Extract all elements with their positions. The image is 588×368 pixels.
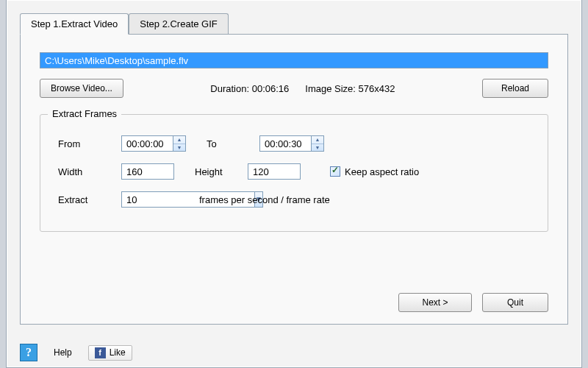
spin-down-icon[interactable]: ▼ [173, 144, 185, 152]
like-label: Like [110, 347, 126, 358]
spin-up-icon[interactable]: ▲ [173, 136, 185, 144]
width-label: Width [58, 166, 121, 177]
extract-label: Extract [58, 194, 121, 205]
checkbox-icon[interactable] [330, 166, 340, 177]
height-input[interactable] [248, 163, 301, 180]
panel-step1: Browse Video... Duration: 00:06:16 Image… [20, 34, 568, 325]
browse-video-button[interactable]: Browse Video... [40, 79, 123, 98]
image-size-value: 576x432 [359, 83, 395, 94]
facebook-like-button[interactable]: f Like [88, 345, 132, 361]
video-path-input[interactable] [40, 52, 548, 68]
keep-aspect-label: Keep aspect ratio [345, 166, 419, 177]
from-label: From [58, 138, 121, 149]
to-time-spinner[interactable]: ▲▼ [311, 135, 324, 152]
nav-buttons: Next > Quit [398, 293, 548, 312]
width-input[interactable] [121, 163, 174, 180]
help-label[interactable]: Help [54, 347, 72, 358]
image-size-label: Image Size: [305, 83, 356, 94]
from-time-stepper[interactable]: ▲▼ [121, 135, 186, 152]
from-time-spinner[interactable]: ▲▼ [173, 135, 186, 152]
tab-step1[interactable]: Step 1.Extract Video [20, 13, 129, 35]
fps-combo[interactable]: ▼ [121, 191, 189, 208]
to-time-stepper[interactable]: ▲▼ [259, 135, 324, 152]
duration-label: Duration: [210, 83, 249, 94]
spin-down-icon[interactable]: ▼ [312, 144, 323, 152]
footer-bar: ? Help f Like [20, 344, 132, 361]
reload-button[interactable]: Reload [482, 79, 548, 98]
tab-strip: Step 1.Extract Video Step 2.Create GIF [7, 0, 581, 34]
quit-button[interactable]: Quit [482, 293, 548, 312]
extract-frames-group: Extract Frames From ▲▼ To ▲▼ Width Heigh… [40, 114, 548, 232]
next-button[interactable]: Next > [398, 293, 472, 312]
from-time-input[interactable] [121, 135, 173, 152]
keep-aspect-checkbox[interactable]: Keep aspect ratio [330, 166, 419, 177]
fps-label: frames per second / frame rate [199, 194, 330, 205]
facebook-icon: f [95, 347, 106, 358]
spin-up-icon[interactable]: ▲ [312, 136, 323, 144]
extract-frames-legend: Extract Frames [48, 108, 121, 119]
help-icon[interactable]: ? [20, 344, 37, 361]
duration-value: 00:06:16 [252, 83, 290, 94]
to-time-input[interactable] [259, 135, 311, 152]
tab-step2[interactable]: Step 2.Create GIF [129, 13, 229, 34]
to-label: To [207, 138, 259, 149]
height-label: Height [195, 166, 248, 177]
main-window: Step 1.Extract Video Step 2.Create GIF B… [6, 0, 582, 368]
video-info: Duration: 00:06:16 Image Size: 576x432 [137, 83, 469, 94]
